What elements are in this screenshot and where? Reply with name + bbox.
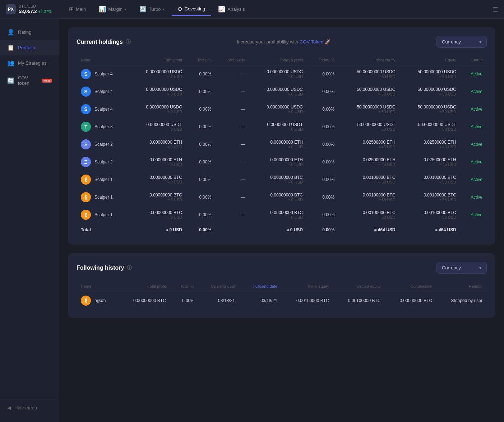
total-label: Total xyxy=(77,224,129,236)
cell-today-pct-4: 0.00% xyxy=(307,136,339,153)
btc-info: BTC/USD 58,057.2 +2.07% xyxy=(19,4,52,14)
table-row: ₿ Scalper 1 0.00000000 BTC ≈ 0 USD 0.00%… xyxy=(77,206,487,224)
sidebar-label-rating: Rating xyxy=(18,29,32,35)
nav-label-turbo: Turbo xyxy=(149,6,161,12)
hist-col-reason: Reason xyxy=(436,281,487,292)
col-name: Name xyxy=(77,55,129,65)
nav-items: ⊞ Main 📊 Margin ▾ 🔄 Turbo ▾ ⊙ Covesting … xyxy=(63,3,493,16)
cell-todays-profit-5: 0.00000000 ETH ≈ 0 USD xyxy=(249,153,307,171)
table-row: Ξ Scalper 2 0.00000000 ETH ≈ 0 USD 0.00%… xyxy=(77,153,487,171)
cell-name-4: Ξ Scalper 2 xyxy=(77,136,129,153)
coin-icon-usdt: T xyxy=(81,122,91,132)
cell-equity-4: 0.02500000 ETH ≈ 45 USD xyxy=(400,136,461,153)
nav-item-covesting[interactable]: ⊙ Covesting xyxy=(172,3,211,16)
cell-total-profit-1: 0.00000000 USDC ≈ 0 USD xyxy=(129,83,186,101)
covesting-icon: ⊙ xyxy=(177,5,182,12)
cell-total-pct-5: 0.00% xyxy=(186,153,216,171)
hist-col-name: Name xyxy=(77,281,119,292)
history-row: ₿ hjjsdh 0.00000000 BTC 0.00% 03/18/21 0… xyxy=(77,292,487,310)
hide-menu-button[interactable]: ◀ Hide menu xyxy=(0,399,59,416)
total-initial-equity: ≈ 464 USD xyxy=(339,224,399,236)
cell-total-profit-5: 0.00000000 ETH ≈ 0 USD xyxy=(129,153,186,171)
cell-equity-6: 0.00100000 BTC ≈ 58 USD xyxy=(400,171,461,189)
table-row: S Scalper 4 0.00000000 USDC ≈ 0 USD 0.00… xyxy=(77,65,487,83)
sidebar-item-covtoken[interactable]: 🔄 COV token NEW xyxy=(0,71,59,90)
cell-status-7: Active xyxy=(461,189,487,206)
nav-item-margin[interactable]: 📊 Margin ▾ xyxy=(93,3,132,15)
btc-pair: BTC/USD xyxy=(19,4,52,9)
currency-dropdown-holdings[interactable]: Currency ▾ xyxy=(436,36,487,48)
sidebar-label-portfolio: Portfolio xyxy=(18,45,35,50)
cell-name-8: ₿ Scalper 1 xyxy=(77,206,129,224)
nav-label-main: Main xyxy=(76,6,86,12)
nav-item-main[interactable]: ⊞ Main xyxy=(63,3,92,15)
hamburger-icon[interactable]: ☰ xyxy=(493,5,498,13)
hist-cell-reason-0: Stopped by user xyxy=(436,292,487,310)
hist-col-commission: Commission xyxy=(385,281,436,292)
cell-todays-profit-2: 0.00000000 USDC ≈ 0 USD xyxy=(249,101,307,118)
hist-col-total-pct: Total, % xyxy=(170,281,199,292)
cell-equity-0: 50.00000000 USDC ≈ 50 USD xyxy=(400,65,461,83)
cell-total-pct-2: 0.00% xyxy=(186,101,216,118)
cell-stop-loss-5: — xyxy=(216,153,249,171)
col-total-pct: Total, % xyxy=(186,55,216,65)
total-stoploss xyxy=(216,224,249,236)
coin-icon-btc: ₿ xyxy=(81,192,91,202)
currency-dropdown-history[interactable]: Currency ▾ xyxy=(436,262,487,274)
sidebar-item-mystrategies[interactable]: 👥 My Strategies xyxy=(0,55,59,71)
cell-total-pct-7: 0.00% xyxy=(186,189,216,206)
nav-item-analysis[interactable]: 📈 Analysis xyxy=(212,3,250,15)
cell-today-pct-0: 0.00% xyxy=(307,65,339,83)
cell-total-pct-6: 0.00% xyxy=(186,171,216,189)
cell-total-profit-7: 0.00000000 BTC ≈ 0 USD xyxy=(129,189,186,206)
coin-icon-btc: ₿ xyxy=(81,210,91,220)
holdings-info-icon: ⓘ xyxy=(126,39,131,45)
currency-dropdown-label: Currency xyxy=(442,39,461,45)
btc-price: 58,057.2 xyxy=(19,9,37,14)
nav-label-covesting: Covesting xyxy=(184,6,205,11)
hist-cell-commission-0: 0.00000000 BTC xyxy=(385,292,436,310)
cell-total-pct-1: 0.00% xyxy=(186,83,216,101)
history-info-icon: ⓘ xyxy=(127,265,132,271)
cell-total-profit-8: 0.00000000 BTC ≈ 0 USD xyxy=(129,206,186,224)
cell-initial-equity-3: 50.00000000 USDT ≈ 50 USD xyxy=(339,118,399,136)
sidebar-item-rating[interactable]: 👤 Rating xyxy=(0,24,59,40)
hist-cell-initial-equity-0: 0.00100000 BTC xyxy=(282,292,333,310)
home-icon: ⊞ xyxy=(69,6,74,13)
cov-token-link[interactable]: COV Token xyxy=(300,39,323,45)
cell-status-1: Active xyxy=(461,83,487,101)
total-profit: ≈ 0 USD xyxy=(129,224,186,236)
turbo-icon: 🔄 xyxy=(139,6,147,13)
cell-todays-profit-6: 0.00000000 BTC ≈ 0 USD xyxy=(249,171,307,189)
hist-cell-total-pct-0: 0.00% xyxy=(170,292,199,310)
hist-col-initial-equity: Initial equity xyxy=(282,281,333,292)
coin-icon-usdc: S xyxy=(81,104,91,114)
cell-stop-loss-3: — xyxy=(216,118,249,136)
table-row: T Scalper 3 0.00000000 USDT ≈ 0 USD 0.00… xyxy=(77,118,487,136)
logo-area: PX BTC/USD 58,057.2 +2.07% xyxy=(6,4,63,14)
margin-arrow-icon: ▾ xyxy=(125,7,126,11)
cell-equity-2: 50.00000000 USDC ≈ 50 USD xyxy=(400,101,461,118)
nav-label-analysis: Analysis xyxy=(227,6,245,12)
hist-col-opening-date: Opening date xyxy=(199,281,239,292)
coin-icon-btc: ₿ xyxy=(81,175,91,185)
hide-menu-arrow-icon: ◀ xyxy=(7,405,11,411)
total-pct: 0.00% xyxy=(186,224,216,236)
coin-icon-btc: ₿ xyxy=(81,296,91,306)
nav-item-turbo[interactable]: 🔄 Turbo ▾ xyxy=(134,3,170,15)
cell-initial-equity-1: 50.00000000 USDC ≈ 50 USD xyxy=(339,83,399,101)
table-row: S Scalper 4 0.00000000 USDC ≈ 0 USD 0.00… xyxy=(77,83,487,101)
total-status xyxy=(461,224,487,236)
table-row: S Scalper 4 0.00000000 USDC ≈ 0 USD 0.00… xyxy=(77,101,487,118)
turbo-arrow-icon: ▾ xyxy=(163,7,165,11)
hist-cell-name-0: ₿ hjjsdh xyxy=(77,292,119,310)
cell-equity-1: 50.00000000 USDC ≈ 50 USD xyxy=(400,83,461,101)
total-row: Total ≈ 0 USD 0.00% ≈ 0 USD 0.00% ≈ 464 … xyxy=(77,224,487,236)
hist-col-closing-date: ↓ Closing date xyxy=(239,281,282,292)
cell-name-2: S Scalper 4 xyxy=(77,101,129,118)
cell-total-profit-3: 0.00000000 USDT ≈ 0 USD xyxy=(129,118,186,136)
sidebar-item-portfolio[interactable]: 📋 Portfolio xyxy=(0,40,59,55)
cell-status-2: Active xyxy=(461,101,487,118)
cell-stop-loss-6: — xyxy=(216,171,249,189)
logo-icon: PX xyxy=(6,4,16,14)
